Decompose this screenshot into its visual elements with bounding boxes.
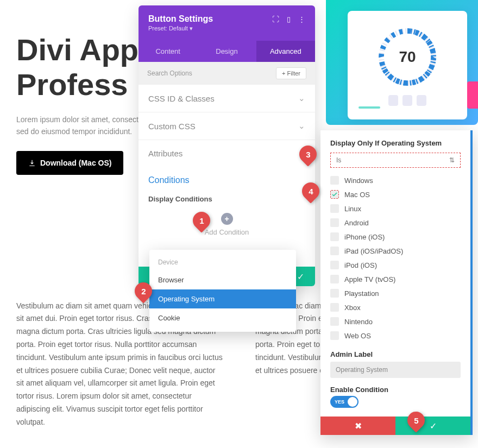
opt-webos[interactable]: Web OS <box>330 329 461 343</box>
download-label: Download (Mac OS) <box>40 159 111 167</box>
opt-appletv-label: Apple TV (tvOS) <box>344 275 395 283</box>
opt-macos[interactable]: Mac OS <box>330 187 461 201</box>
search-bar: Search Options + Filter <box>139 62 315 85</box>
admin-label-title: Admin Label <box>330 350 461 358</box>
gauge-value: 70 <box>399 48 416 66</box>
operator-select[interactable]: Is ⇅ <box>330 153 461 168</box>
section-css-id-label: CSS ID & Classes <box>148 94 215 103</box>
enable-condition-toggle[interactable]: YES <box>330 396 358 408</box>
filter-label: Filter <box>287 70 300 77</box>
search-input[interactable]: Search Options <box>147 70 192 77</box>
opt-ipad-label: iPad (iOS/iPadOS) <box>344 247 403 255</box>
pink-decor <box>467 81 478 109</box>
device-menu: Device Browser Operating System Cookie <box>149 250 296 332</box>
opt-xbox[interactable]: Xbox <box>330 300 461 314</box>
device-menu-header: Device <box>149 254 296 270</box>
condition-panel: Display Only If Operating System Is ⇅ Wi… <box>320 130 473 435</box>
responsive-icon[interactable]: ▯ <box>287 15 291 23</box>
download-button[interactable]: Download (Mac OS) <box>16 151 123 175</box>
toggle-yes-label: YES <box>331 399 348 405</box>
panel-tabs: Content Design Advanced <box>139 41 315 62</box>
operator-value: Is <box>336 156 341 164</box>
gauge-card: 70 <box>348 11 467 119</box>
enable-condition-row: Enable Condition YES <box>330 386 461 408</box>
opt-webos-label: Web OS <box>344 332 371 340</box>
toggle-knob <box>348 397 357 407</box>
chevron-down-icon: ⌄ <box>298 93 305 103</box>
expand-icon[interactable]: ⛶ <box>272 15 279 23</box>
opt-iphone-label: iPhone (iOS) <box>344 233 385 241</box>
settings-panel: Button Settings ⛶ ▯ ⋮ Preset: Default ▾ … <box>139 5 315 286</box>
tab-content[interactable]: Content <box>139 41 197 62</box>
hero-title-l2: Profess <box>16 67 128 102</box>
hero-title-l1: Divi App <box>16 33 139 67</box>
check-icon[interactable]: ✓ <box>297 272 304 282</box>
section-attributes[interactable]: Attributes <box>139 140 315 167</box>
opt-ipod-label: iPod (iOS) <box>344 261 377 269</box>
opt-nintendo[interactable]: Nintendo <box>330 314 461 329</box>
opt-linux[interactable]: Linux <box>330 201 461 216</box>
select-arrows-icon: ⇅ <box>449 156 455 164</box>
admin-label-input[interactable]: Operating System <box>330 362 461 378</box>
opt-appletv[interactable]: Apple TV (tvOS) <box>330 272 461 286</box>
opt-linux-label: Linux <box>344 205 361 213</box>
opt-android-label: Android <box>344 219 369 227</box>
opt-iphone[interactable]: iPhone (iOS) <box>330 230 461 244</box>
section-custom-css-label: Custom CSS <box>148 122 196 131</box>
device-menu-browser[interactable]: Browser <box>149 270 296 289</box>
cancel-button[interactable]: ✖ <box>320 417 395 435</box>
opt-ipad[interactable]: iPad (iOS/iPadOS) <box>330 244 461 258</box>
add-condition-area: + Add Condition <box>148 213 305 236</box>
tab-advanced[interactable]: Advanced <box>256 41 315 62</box>
opt-macos-label: Mac OS <box>344 191 370 199</box>
opt-windows-label: Windows <box>344 176 373 185</box>
gauge-accent-line <box>358 106 380 109</box>
conditions-section: Conditions Display Conditions + Add Cond… <box>139 167 315 245</box>
device-menu-cookie[interactable]: Cookie <box>149 308 296 327</box>
preset-label[interactable]: Preset: Default ▾ <box>148 25 305 32</box>
add-condition-button[interactable]: + <box>221 213 233 225</box>
section-custom-css[interactable]: Custom CSS ⌄ <box>139 112 315 140</box>
download-icon <box>28 159 36 167</box>
panel-title: Button Settings <box>148 14 213 24</box>
conditions-title: Conditions <box>148 175 305 185</box>
opt-windows[interactable]: Windows <box>330 173 461 187</box>
gauge: 70 <box>375 24 440 90</box>
enable-condition-label: Enable Condition <box>330 386 461 394</box>
opt-android[interactable]: Android <box>330 216 461 230</box>
add-condition-label: Add Condition <box>148 228 305 236</box>
opt-ps-label: Playstation <box>344 289 379 298</box>
section-attributes-label: Attributes <box>148 149 183 158</box>
section-css-id[interactable]: CSS ID & Classes ⌄ <box>139 85 315 112</box>
condition-title: Display Only If Operating System <box>330 139 461 147</box>
opt-ipod[interactable]: iPod (iOS) <box>330 258 461 272</box>
menu-icon[interactable]: ⋮ <box>298 15 305 23</box>
panel-header: Button Settings ⛶ ▯ ⋮ Preset: Default ▾ <box>139 5 315 41</box>
opt-nintendo-label: Nintendo <box>344 318 373 326</box>
device-menu-os[interactable]: Operating System <box>149 289 296 308</box>
gauge-bars <box>388 95 426 106</box>
display-conditions-label: Display Conditions <box>148 195 305 203</box>
chevron-down-icon: ⌄ <box>298 121 305 131</box>
opt-ps[interactable]: Playstation <box>330 286 461 300</box>
opt-xbox-label: Xbox <box>344 304 361 312</box>
filter-button[interactable]: + Filter <box>276 67 306 79</box>
condition-footer: ✖ ✓ <box>320 417 470 435</box>
tab-design[interactable]: Design <box>197 41 256 62</box>
